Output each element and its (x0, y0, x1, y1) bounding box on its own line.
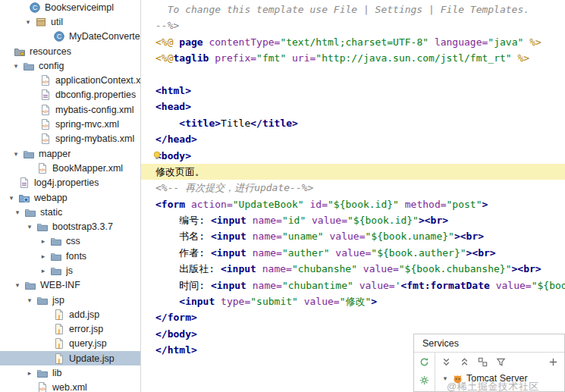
chevron-expanded-icon[interactable]: ▾ (24, 18, 33, 26)
group-by-icon[interactable] (477, 356, 488, 368)
code-line-5[interactable] (141, 67, 565, 83)
tree-item-util[interactable]: ▾util (0, 14, 140, 29)
settings-icon[interactable] (419, 375, 430, 386)
code-line-11[interactable]: 修改页面。 (141, 164, 565, 180)
tree-item-label: dbconfig.properties (55, 89, 136, 100)
code-line-3[interactable]: <%@ page contentType="text/html;charset=… (141, 34, 565, 50)
code-token: "${book.chubanshe}" (399, 263, 512, 274)
tree-item-fonts[interactable]: ▸fonts (0, 249, 140, 263)
tree-item-jsp[interactable]: ▾jsp (0, 293, 140, 307)
code-token (304, 199, 310, 210)
tree-item-css[interactable]: ▸css (0, 234, 140, 249)
code-line-10[interactable]: <body> (141, 148, 565, 164)
xml-file-icon: </> (39, 133, 52, 145)
tree-item-label: css (66, 236, 80, 246)
code-token: <html> (155, 85, 191, 96)
code-token: 时间: (155, 280, 211, 291)
chevron-collapsed-icon[interactable]: ▸ (39, 237, 48, 245)
code-line-12[interactable]: <%-- 再次提交，进行update--%> (141, 180, 565, 196)
chevron-expanded-icon[interactable]: ▾ (25, 296, 34, 304)
properties-file-icon (39, 89, 52, 101)
tree-item-spring-mybatis-xml[interactable]: </>spring-mybatis.xml (0, 132, 140, 146)
code-line-15[interactable]: 书名: <input name="uname" value="${book.un… (141, 228, 565, 244)
chevron-collapsed-icon[interactable]: ▸ (39, 252, 48, 260)
tree-item-static[interactable]: ▾static (0, 205, 140, 219)
code-line-18[interactable]: 时间: <input name="chubantime" value='<fmt… (141, 278, 565, 293)
tree-item-label: BookMapper.xml (52, 163, 123, 174)
code-token: value= (304, 296, 340, 307)
tree-item-mydateconverter[interactable]: CMyDateConverter (0, 30, 140, 44)
tree-item-spring-mvc-xml[interactable]: </>spring-mvc.xml (0, 117, 140, 131)
jsp-file-icon: j (53, 309, 65, 321)
code-token: <%@ (155, 36, 179, 48)
tree-item-add-jsp[interactable]: jadd.jsp (0, 307, 140, 321)
code-token: <input (211, 280, 253, 291)
code-token (324, 230, 330, 242)
tree-item-webapp[interactable]: ▾webapp (0, 190, 140, 205)
code-token: contentType= (209, 36, 280, 48)
code-token: 编号: (155, 215, 211, 226)
code-token: "uname" (282, 230, 324, 242)
code-line-2[interactable]: --%> (141, 17, 565, 33)
code-token: name= (253, 247, 282, 259)
code-token (155, 296, 179, 307)
code-line-1[interactable]: To change this template use File | Setti… (141, 2, 565, 17)
chevron-expanded-icon[interactable]: ▾ (13, 209, 22, 216)
code-line-4[interactable]: <%@taglib prefix="fmt" uri="http://java.… (141, 50, 565, 66)
code-token: language= (435, 36, 488, 48)
tree-item-bookmapper-xml[interactable]: </>BookMapper.xml (0, 161, 140, 175)
code-token (306, 215, 312, 226)
chevron-expanded-icon[interactable]: ▾ (11, 62, 20, 70)
chevron-expanded-icon[interactable]: ▾ (7, 194, 16, 202)
code-line-20[interactable]: </form> (141, 309, 565, 325)
code-line-7[interactable]: <head> (141, 99, 565, 114)
tree-item-error-jsp[interactable]: jerror.jsp (0, 322, 140, 337)
tree-item-mapper[interactable]: ▾mapper (0, 146, 140, 161)
svg-text:j: j (58, 343, 60, 349)
folder-icon (24, 206, 36, 218)
tree-item-web-xml[interactable]: </>web.xml (0, 381, 140, 392)
code-token: %> (529, 36, 541, 48)
code-line-13[interactable]: <form action="UpdateBook" id="${book.id}… (141, 196, 565, 212)
code-line-17[interactable]: 出版社: <input name="chubanshe" value="${bo… (141, 261, 565, 277)
refresh-icon[interactable] (419, 356, 430, 368)
code-line-19[interactable]: <input type="submit" value="修改"> (141, 293, 565, 309)
tree-item-dbconfig-properties[interactable]: dbconfig.properties (0, 88, 140, 102)
resources-folder-icon (14, 45, 26, 58)
code-line-16[interactable]: 作者: <input name="auther" value="${book.a… (141, 245, 565, 261)
code-line-6[interactable]: <html> (141, 83, 565, 99)
expand-all-icon[interactable] (441, 356, 452, 368)
tree-item-query-jsp[interactable]: jquery.jsp (0, 337, 140, 351)
filter-icon[interactable] (495, 356, 507, 368)
code-token: "chubanshe" (292, 263, 357, 274)
tree-item-update-jsp[interactable]: jUpdate.jsp (0, 351, 140, 365)
code-line-9[interactable]: </head> (141, 131, 565, 147)
tree-item-js[interactable]: ▸js (0, 263, 140, 278)
tree-item-log4j-properties[interactable]: log4j.properties (0, 176, 140, 190)
svg-text:j: j (58, 357, 60, 363)
tree-item-resources[interactable]: resources (0, 44, 140, 58)
chevron-expanded-icon[interactable]: ▾ (13, 281, 22, 289)
add-icon[interactable] (548, 356, 559, 368)
folder-icon (23, 60, 35, 72)
code-line-14[interactable]: 编号: <input name="id" value="${book.id}">… (141, 212, 565, 228)
chevron-expanded-icon[interactable]: ▾ (25, 223, 34, 230)
code-line-8[interactable]: <title>Title</title> (141, 115, 565, 131)
tree-item-web-inf[interactable]: ▾WEB-INF (0, 278, 140, 293)
tree-item-mybatis-config-xml[interactable]: </>mybatis-config.xml (0, 102, 140, 117)
tree-item-lib[interactable]: ▸lib (0, 365, 140, 380)
code-token: <input (211, 247, 253, 259)
code-token: name= (253, 215, 282, 226)
chevron-collapsed-icon[interactable]: ▸ (39, 267, 48, 274)
tree-item-bookserviceimpl[interactable]: CBookserviceimpl (0, 0, 140, 14)
chevron-collapsed-icon[interactable]: ▸ (25, 369, 34, 377)
folder-icon (23, 148, 35, 160)
intention-bulb-icon[interactable] (152, 150, 162, 161)
tree-item-config[interactable]: ▾config (0, 58, 140, 73)
chevron-expanded-icon[interactable]: ▾ (11, 150, 20, 158)
tree-item-applicationcontext-x[interactable]: </>applicationContext.x... (0, 73, 140, 87)
collapse-all-icon[interactable] (459, 356, 470, 368)
tree-item-bootstrap3-3-7[interactable]: ▾bootstrap3.3.7 (0, 219, 140, 234)
code-token: --%> (155, 20, 179, 31)
code-token: > (482, 199, 488, 210)
